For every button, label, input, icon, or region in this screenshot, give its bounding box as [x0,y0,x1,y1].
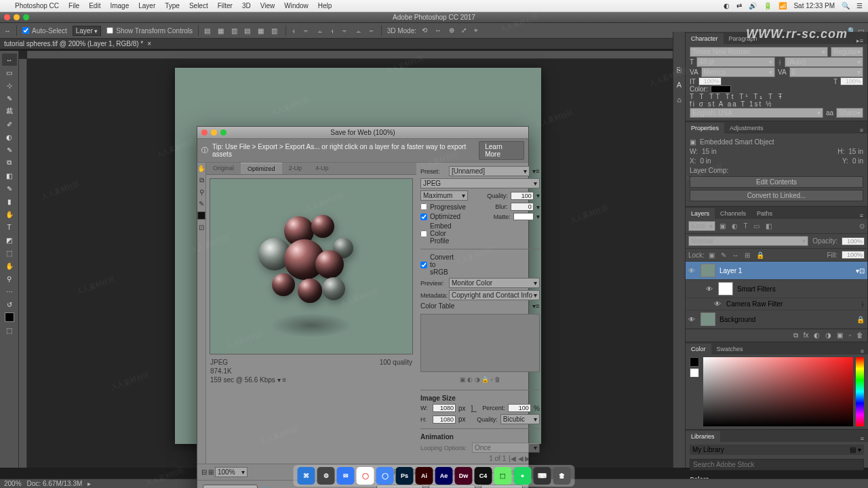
layer-row[interactable]: 👁Layer 1▾⊡ [686,262,867,280]
tool-zoom[interactable]: ⚲ [2,272,17,285]
dock-app[interactable]: Dw [455,467,473,485]
percent-input[interactable]: 100 [508,404,531,412]
auto-select-checkbox[interactable]: Auto-Select [22,27,67,35]
menu-file[interactable]: File [68,2,79,9]
ruler-horizontal[interactable] [27,51,685,59]
color-table-menu[interactable]: ▾≡ [532,302,540,310]
dock-app[interactable]: ● [514,467,532,485]
library-search[interactable]: Search Adobe Stock [690,459,864,470]
dock-app[interactable]: ✉ [337,467,355,485]
adj-icon[interactable]: ◑ [825,331,831,340]
tab-libraries[interactable]: Libraries [686,431,720,442]
preset-select[interactable]: [Unnamed]▾ [449,166,530,176]
zoom-in-icon[interactable]: ⊞ [208,468,214,476]
language[interactable]: English: USA▾ [690,108,823,118]
opentype-buttons[interactable]: fi σ st A aa T 1st ½ [690,100,863,108]
blur-input[interactable]: 0 [511,203,534,211]
dlg-slice-tool[interactable]: ⧉ [199,176,204,184]
format-select[interactable]: JPEG▾ [420,178,540,188]
preview-button[interactable]: Preview... [203,485,258,488]
progressive-checkbox[interactable]: Progressive [420,203,446,211]
layer-row[interactable]: 👁Background🔒 [686,310,867,329]
hscale[interactable]: 100% [840,77,863,85]
learn-more-button[interactable]: Learn More [479,141,524,160]
tab-swatches[interactable]: Swatches [711,344,749,354]
layer-filter-kind[interactable]: Kind▾ [688,221,715,231]
tool-eyedropper[interactable]: ✐ [2,118,17,130]
dock-app[interactable]: ⌨ [534,467,551,485]
tool-move[interactable]: ↔ [2,54,17,66]
vscale[interactable]: 100% [698,77,722,85]
doc-size[interactable]: Doc: 6.67M/13.3M [27,480,83,487]
panel-menu-icon[interactable]: ▸≡ [852,37,867,44]
history-panel-icon[interactable]: ⎘ [677,66,682,74]
dock-app[interactable]: ◯ [357,467,374,485]
zoom-level[interactable]: 200% [4,480,22,487]
tab-optimized[interactable]: Optimized [241,163,282,174]
quality-input[interactable]: 100 [511,192,534,200]
dlg-color-swatch[interactable] [197,211,205,220]
dock-app[interactable]: C4 [475,467,492,485]
kerning[interactable]: Metrics▾ [701,67,775,77]
filter-settings-icon[interactable]: ⟊ [861,300,865,308]
panel-menu-icon[interactable]: ≡ [856,348,868,354]
tab-2up[interactable]: 2-Up [282,163,309,174]
tab-original[interactable]: Original [206,163,241,174]
menu-layer[interactable]: Layer [138,2,155,9]
panel-menu-icon[interactable]: ≡ [856,435,868,442]
tab-4up[interactable]: 4-Up [309,163,336,174]
tool-more[interactable]: ⋯ [2,285,17,298]
dock-app[interactable]: Ae [435,467,453,485]
menu-app[interactable]: Photoshop CC [15,2,59,9]
srgb-checkbox[interactable]: Convert to sRGB [420,253,446,276]
window-maximize[interactable] [23,14,29,20]
lock-icons[interactable]: ▣ ✎ ↔ ⊞ 🔒 [709,251,766,259]
dialog-close[interactable] [201,129,208,136]
tool-lasso[interactable]: ⊹ [2,79,17,92]
tool-brush[interactable]: ✎ [2,144,17,156]
menu-image[interactable]: Image [110,2,129,9]
resample-select[interactable]: Bicubic▾ [500,414,540,424]
trash-icon[interactable]: 🗑 [856,331,863,340]
preview-select[interactable]: Monitor Color▾ [449,278,540,288]
status-menu-icon[interactable]: ☰ [856,2,863,9]
status-clock[interactable]: Sat 12:33 PM [793,2,835,9]
status-sync-icon[interactable]: ⇄ [736,2,742,9]
antialiasing[interactable]: Sharp▾ [836,108,863,118]
3d-mode-icons[interactable]: ⟲ ↔ ⊕ ⤢ ⌖ [422,26,481,35]
dlg-zoom-tool[interactable]: ⚲ [199,188,204,196]
status-battery-icon[interactable]: 🔋 [764,2,772,9]
edit-contents-button[interactable]: Edit Contents [690,176,863,188]
preset-menu-icon[interactable]: ▾≡ [532,167,540,175]
layer-row[interactable]: 👁Camera Raw Filter⟊ [686,298,867,310]
glyph-panel-icon[interactable]: ⌂ [677,96,682,104]
tab-layers[interactable]: Layers [686,208,715,219]
zoom-select[interactable]: 100%▾ [215,467,248,477]
tab-paths[interactable]: Paths [751,208,778,219]
fx-icon[interactable]: fx [804,331,809,340]
status-display-icon[interactable]: ◐ [724,2,730,9]
font-style[interactable]: Regular▾ [831,47,863,57]
optimized-checkbox[interactable]: Optimized [420,213,446,220]
filter-toggle[interactable]: ⊙ [859,222,865,230]
menu-3d[interactable]: 3D [242,2,251,9]
menu-help[interactable]: Help [318,2,332,9]
char-color[interactable] [711,85,731,93]
tracking[interactable]: 0▾ [789,67,863,77]
dock-app[interactable]: ⬚ [494,467,512,485]
blend-mode[interactable]: Normal▾ [688,236,808,246]
tool-blur[interactable]: ✋ [2,208,17,220]
tool-wand[interactable]: ✎ [2,92,17,104]
metadata-select[interactable]: Copyright and Contact Info▾ [449,290,540,300]
dock-app[interactable]: Ai [416,467,433,485]
dlg-toggle[interactable]: ⊡ [199,224,204,231]
dlg-hand-tool[interactable]: ✋ [197,165,205,172]
embed-profile-checkbox[interactable]: Embed Color Profile [420,222,446,245]
menu-filter[interactable]: Filter [218,2,233,9]
tab-channels[interactable]: Channels [715,208,751,219]
menu-type[interactable]: Type [165,2,180,9]
fill-input[interactable]: 100% [842,251,865,259]
tab-color[interactable]: Color [686,344,711,354]
type-style-buttons[interactable]: T T TT Tt T¹ T₁ T Ŧ [690,93,863,100]
panel-menu-icon[interactable]: ≡ [856,127,867,134]
